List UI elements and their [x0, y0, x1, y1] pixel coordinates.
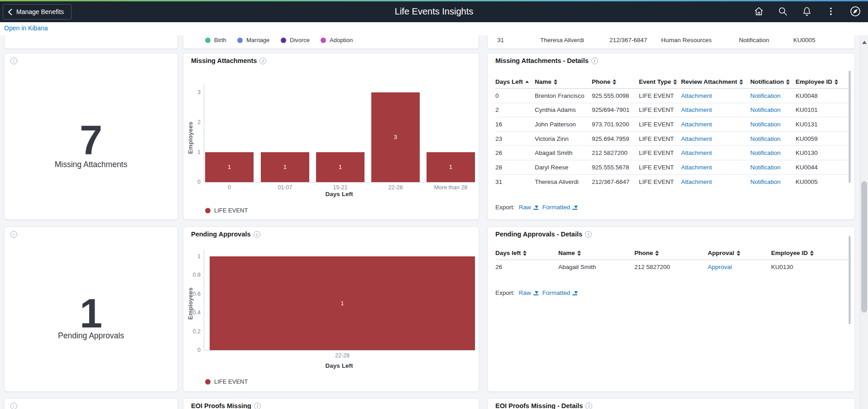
notification-link[interactable]: Notification — [739, 37, 769, 43]
table-cell: 973.701.9200 — [592, 121, 639, 128]
details-panel-missing-attachments: Missing Attachments - Details i Days Lef… — [487, 53, 855, 220]
column-header-days-left[interactable]: Days Left — [495, 78, 535, 85]
panel-scrollbar[interactable] — [849, 71, 851, 183]
x-tick-label: 22-28 — [364, 184, 427, 191]
y-tick-label: 1 — [185, 253, 201, 260]
table-link[interactable]: Notification — [750, 106, 796, 113]
chart-panel-missing-attachments: Missing Attachments i Employees 0123 111… — [183, 53, 479, 220]
table-link[interactable]: Notification — [750, 178, 796, 185]
info-icon[interactable]: i — [10, 403, 17, 409]
column-header-employee-id[interactable]: Employee ID — [771, 250, 839, 256]
x-tick-label: 0 — [198, 184, 261, 191]
home-icon[interactable] — [754, 6, 764, 16]
vertical-scrollbar[interactable] — [860, 35, 868, 409]
sort-icon — [554, 79, 557, 85]
open-in-kibana-link[interactable]: Open in Kibana — [4, 24, 48, 32]
table-link[interactable]: Attachment — [681, 164, 750, 171]
table-link[interactable]: Attachment — [681, 121, 750, 128]
export-formatted-link[interactable]: Formatted — [542, 204, 578, 211]
info-icon[interactable]: i — [591, 58, 598, 64]
bar-More than 28[interactable]: 1 — [427, 152, 475, 182]
bar-01-07[interactable]: 1 — [261, 152, 309, 182]
table-link[interactable]: Attachment — [681, 149, 750, 156]
table-row: 2Cynthia Adams925/694-7901LIFE EVENTAtta… — [495, 103, 849, 118]
table-link[interactable]: Notification — [750, 149, 796, 156]
export-raw-link[interactable]: Raw — [519, 204, 538, 211]
info-icon[interactable]: i — [254, 403, 261, 409]
legend-dot-life-event — [205, 379, 211, 385]
table-link[interactable]: Notification — [750, 164, 796, 171]
legend-item-life-event[interactable]: LIFE EVENT — [205, 207, 248, 214]
legend-item-birth[interactable]: Birth — [205, 37, 226, 43]
legend-item-divorce[interactable]: Divorce — [281, 37, 310, 43]
chart-panel-pending-approvals: Pending Approvals i Employees 00.20.40.6… — [183, 226, 479, 392]
header-actions — [754, 0, 861, 22]
table-cell: Theresa Aliverdi — [535, 178, 592, 185]
legend-item-life-event[interactable]: LIFE EVENT — [205, 378, 248, 385]
panel-scrollbar[interactable] — [849, 236, 851, 324]
legend-item-adoption[interactable]: Adoption — [321, 37, 353, 43]
info-icon[interactable]: i — [585, 231, 592, 238]
x-tick-label: More than 28 — [419, 184, 483, 191]
legend-label: Marriage — [246, 37, 269, 43]
info-icon[interactable]: i — [10, 231, 17, 238]
table-link[interactable]: Attachment — [681, 106, 750, 113]
table-link[interactable]: Notification — [750, 135, 796, 142]
table-link[interactable]: Attachment — [681, 178, 750, 185]
kibana-toolbar: Open in Kibana — [0, 22, 868, 35]
more-actions-kebab-icon[interactable] — [826, 6, 836, 16]
legend-item-marriage[interactable]: Marriage — [237, 37, 269, 43]
table-link[interactable]: Notification — [750, 92, 796, 99]
bar-value-label: 1 — [316, 164, 364, 170]
legend-label: Adoption — [330, 37, 353, 43]
table-link[interactable]: Attachment — [681, 92, 750, 99]
column-header-approval[interactable]: Approval — [708, 250, 771, 256]
info-icon[interactable]: i — [254, 231, 260, 238]
table-cell: Victoria Zinn — [535, 135, 592, 142]
legend-label: LIFE EVENT — [214, 207, 248, 214]
bar-value-label: 3 — [371, 134, 420, 140]
column-header-name[interactable]: Name — [558, 250, 634, 256]
table-link[interactable]: Approval — [708, 264, 771, 270]
info-icon[interactable]: i — [259, 58, 266, 64]
column-header-review-attachment[interactable]: Review Attachment — [681, 78, 750, 85]
table-cell: 925.555.0098 — [592, 92, 639, 99]
x-tick-label: 22-28 — [311, 352, 374, 359]
table-cell: LIFE EVENT — [639, 164, 681, 171]
column-header-days-left[interactable]: Days left — [495, 250, 558, 256]
column-header-employee-id[interactable]: Employee ID — [796, 78, 844, 85]
column-header-phone[interactable]: Phone — [592, 78, 639, 85]
info-icon[interactable]: i — [10, 58, 17, 64]
info-icon[interactable]: i — [585, 403, 592, 409]
column-header-notification[interactable]: Notification — [750, 78, 796, 85]
search-icon[interactable] — [778, 6, 788, 16]
legend-label: Divorce — [290, 37, 310, 43]
table-link[interactable]: Attachment — [681, 135, 750, 142]
export-raw-link[interactable]: Raw — [519, 289, 538, 296]
table-cell: KU0005 — [793, 37, 815, 43]
navbar-compass-icon[interactable] — [850, 6, 861, 17]
panel-title: Missing Attachments i — [191, 57, 266, 64]
bar-22-28[interactable]: 3 — [371, 92, 420, 182]
table-cell: KU0059 — [796, 135, 844, 142]
notifications-bell-icon[interactable] — [802, 6, 812, 16]
column-header-event-type[interactable]: Event Type — [639, 78, 681, 85]
bar-22-28[interactable]: 1 — [210, 256, 475, 350]
bar-0[interactable]: 1 — [205, 152, 254, 182]
export-formatted-link[interactable]: Formatted — [542, 289, 578, 296]
panel-title-text: Missing Attachments — [191, 57, 257, 64]
panel-title-text: Missing Attachments - Details — [495, 57, 589, 64]
table-cell: LIFE EVENT — [639, 149, 681, 156]
metric-label: Pending Approvals — [5, 331, 177, 341]
metric-panel-pending-approvals: i 1 Pending Approvals — [4, 226, 178, 392]
table-link[interactable]: Notification — [750, 121, 796, 128]
partial-panel-left — [4, 35, 178, 49]
column-header-phone[interactable]: Phone — [634, 250, 708, 256]
table-header-row: Days left Name Phone Approval Employee I… — [495, 246, 849, 260]
column-header-name[interactable]: Name — [535, 78, 592, 85]
bar-15-21[interactable]: 1 — [316, 152, 364, 182]
panel-title-text: Pending Approvals — [191, 231, 251, 238]
scrollbar-thumb[interactable] — [861, 181, 867, 313]
scroll-up-arrow[interactable] — [862, 41, 867, 44]
table-cell: 212/367-6847 — [609, 37, 647, 43]
